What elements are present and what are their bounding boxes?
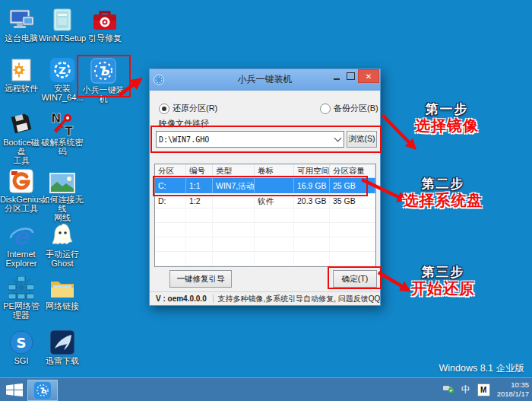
desktop-icon-network-links[interactable]: 网络链接 — [41, 274, 84, 310]
browse-button[interactable]: 浏览(S) — [347, 131, 377, 148]
desktop-icon-remote-software[interactable]: 远程软件 — [0, 56, 43, 93]
xiaobing-logo-icon: Ъ — [90, 58, 116, 84]
ghost-icon — [51, 222, 74, 248]
floppy-disk-icon — [10, 110, 33, 136]
table-empty-row — [155, 208, 375, 223]
xiaobing-logo-icon: Ъ — [34, 382, 51, 399]
annotation-step-3: 第三步 开始还原 — [386, 265, 500, 298]
table-empty-row — [155, 223, 375, 237]
desktop-icon-label: 破解系统密码 — [41, 138, 84, 156]
clock-date: 2018/1/17 — [497, 390, 529, 399]
desktop-icon-label: WinNTSetup — [39, 33, 86, 43]
desktop-icon-label: 远程软件 — [5, 84, 38, 93]
minimize-icon — [334, 78, 340, 80]
chevron-down-icon[interactable] — [331, 138, 344, 141]
desktop-icon-label: 这台电脑 — [5, 33, 38, 43]
svg-text:Ъ: Ъ — [39, 386, 47, 395]
maximize-icon — [347, 72, 355, 80]
desktop-icon-boot-repair[interactable]: 引导修复 — [84, 6, 126, 43]
col-volume-label: 卷标 — [255, 164, 294, 177]
desktop-icon-label: 手动运行 Ghost — [46, 250, 79, 268]
col-free-space: 可用空间 — [294, 164, 330, 177]
desktop-icon-diskgenius[interactable]: DiskGenius 分区工具 — [0, 167, 43, 213]
arrow-step3 — [378, 272, 408, 290]
desktop-icon-ghost[interactable]: 手动运行 Ghost — [41, 222, 84, 268]
desktop-icon-label: Bootice磁盘 工具 — [0, 138, 43, 165]
svg-text:Z: Z — [59, 65, 65, 76]
radio-selected-icon — [159, 103, 169, 114]
dialog-statusbar: V : oem4.0.0.0 支持多种镜像,多系统引导自动修复, 问题反馈QQ群… — [150, 291, 380, 305]
ime-language-indicator[interactable]: 中 — [461, 383, 470, 396]
start-button[interactable] — [5, 383, 24, 396]
table-row-c-drive[interactable]: C: 1:1 WIN7,活动 16.9 GB 25 GB — [155, 178, 375, 193]
radio-restore-label: 还原分区(R) — [173, 103, 217, 114]
windows-edition-watermark: Windows 8.1 企业版 — [439, 362, 524, 375]
desktop-icon-label: 安装 WIN7_64... — [41, 84, 83, 102]
desktop-icon-label: SGI — [14, 356, 29, 365]
radio-backup-label: 备份分区(B) — [334, 103, 378, 114]
svg-text:Ъ: Ъ — [97, 64, 109, 78]
close-icon: ✕ — [366, 72, 372, 81]
taskbar-clock[interactable]: 10:35 2018/1/17 — [497, 380, 529, 399]
desktop-icon-label: PE网络管理器 — [0, 301, 43, 320]
status-text: 支持多种镜像,多系统引导自动修复, 问题反馈QQ群:606616468 — [213, 294, 380, 304]
desktop-icon-label: 如何连接无线 网线 — [41, 195, 84, 222]
minimize-button[interactable] — [329, 69, 344, 83]
radio-unselected-icon — [320, 103, 331, 114]
col-type: 类型 — [213, 164, 255, 177]
desktop-icon-install-win7[interactable]: Z 安装 WIN7_64... — [41, 56, 84, 102]
partition-table: 分区 编号 类型 卷标 可用空间 分区容量 C: 1:1 WIN7,活动 16.… — [154, 164, 376, 267]
desktop-icon-label: 网络链接 — [46, 301, 79, 310]
table-empty-row — [155, 252, 375, 266]
sgi-s-icon: S — [9, 329, 33, 355]
desktop-icon-crack-password[interactable]: NT 破解系统密码 — [41, 110, 84, 156]
col-partition: 分区 — [155, 164, 186, 177]
ok-button[interactable]: 确定(T) — [333, 270, 377, 288]
partition-table-header: 分区 编号 类型 卷标 可用空间 分区容量 — [155, 164, 375, 178]
windows-logo-icon — [6, 383, 23, 396]
annotation-step-1: 第一步 选择镜像 — [395, 102, 499, 135]
partition-mode-radios: 还原分区(R) 备份分区(B) — [150, 103, 380, 113]
desktop-icon-bootice[interactable]: Bootice磁盘 工具 — [0, 110, 43, 165]
desktop-icon-pe-network[interactable]: PE网络管理器 — [0, 274, 43, 320]
image-path-value: D:\WIN7.GHO — [157, 135, 331, 144]
network-diagram-icon — [8, 274, 34, 300]
desktop-icon-thunder[interactable]: 迅雷下载 — [41, 329, 84, 365]
taskbar: Ъ 中 M 10:35 2018/1/17 — [0, 377, 532, 401]
desktop-icon-xiaobing-app[interactable]: Ъ 小兵一键装机 — [79, 58, 128, 103]
desktop-icon-winntsetup[interactable]: WinNTSetup — [41, 6, 84, 43]
usb-eject-icon[interactable] — [442, 383, 454, 396]
arrow-step1 — [382, 115, 414, 148]
ime-mode-indicator[interactable]: M — [477, 383, 490, 396]
repair-boot-button[interactable]: 一键修复引导 — [169, 270, 232, 288]
software-box-icon — [51, 6, 74, 32]
svg-text:e: e — [13, 224, 30, 248]
col-number: 编号 — [186, 164, 213, 177]
svg-text:N: N — [51, 112, 61, 126]
folder-icon — [49, 274, 75, 300]
desktop-icon-sgi[interactable]: S SGI — [0, 329, 43, 365]
image-path-combobox[interactable]: D:\WIN7.GHO — [156, 131, 344, 148]
desktop-icon-this-pc[interactable]: 这台电脑 — [0, 6, 43, 43]
svg-text:S: S — [17, 335, 27, 351]
document-gear-icon — [10, 56, 33, 82]
svg-text:T: T — [65, 124, 73, 136]
desktop-icon-label: 迅雷下载 — [46, 356, 79, 365]
xiaobing-dialog-window: 小兵一键装机 ✕ 还原分区(R) 备份分区(B) 映像文件路径 D:\WIN7.… — [149, 68, 381, 306]
diskgenius-g-icon — [9, 167, 33, 193]
radio-backup-partition[interactable]: 备份分区(B) — [320, 103, 378, 114]
table-row-d-drive[interactable]: D: 1:2 软件 20.3 GB 35 GB — [155, 193, 375, 208]
desktop-icon-wireless-help[interactable]: 如何连接无线 网线 — [41, 167, 84, 222]
desktop-icon-internet-explorer[interactable]: e Internet Explorer — [0, 222, 43, 268]
maximize-button[interactable] — [344, 69, 358, 83]
computer-icon — [8, 6, 35, 32]
dialog-titlebar[interactable]: 小兵一键装机 ✕ — [150, 69, 380, 91]
taskbar-app-xiaobing[interactable]: Ъ — [27, 380, 58, 401]
radio-restore-partition[interactable]: 还原分区(R) — [159, 103, 217, 114]
clock-time: 10:35 — [497, 380, 529, 390]
close-button[interactable]: ✕ — [358, 69, 379, 83]
annotation-step-2: 第二步 选择系统盘 — [386, 177, 500, 209]
desktop-icon-label: DiskGenius 分区工具 — [0, 195, 43, 213]
desktop-icon-label: 引导修复 — [88, 33, 122, 43]
desktop-icon-label: 小兵一键装机 — [79, 85, 128, 103]
